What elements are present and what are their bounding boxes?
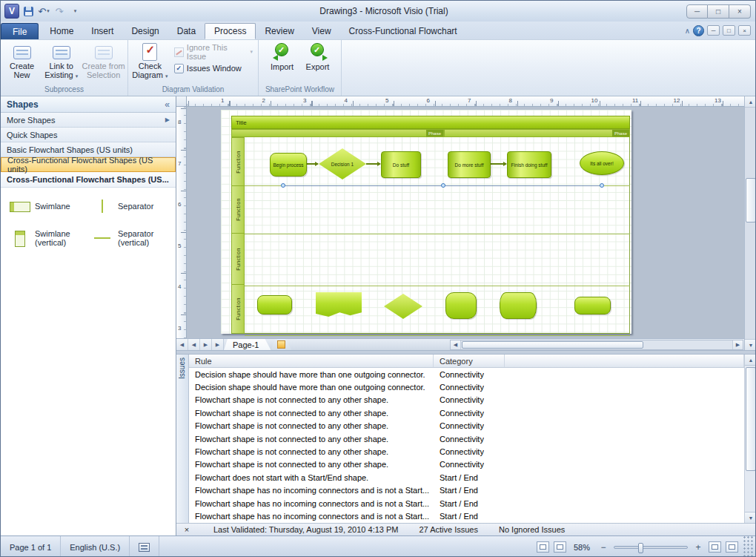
document-restore-button[interactable]: □ (723, 25, 735, 36)
issues-scrollbar-thumb[interactable] (746, 367, 756, 471)
issue-row[interactable]: Flowchart does not start with a Start/En… (189, 471, 744, 484)
zoom-slider[interactable] (614, 546, 688, 549)
last-page-button[interactable]: ▶ (212, 339, 224, 350)
minimize-ribbon-icon[interactable]: ∧ (685, 27, 690, 35)
swimlane-row[interactable] (245, 186, 630, 234)
document-minimize-button[interactable]: ─ (707, 25, 720, 36)
vertical-scrollbar[interactable]: ▲ ▼ (744, 96, 756, 350)
ribbon-tab-design[interactable]: Design (122, 23, 168, 39)
ribbon-tab-home[interactable]: Home (41, 23, 82, 39)
page-tab-page-1[interactable]: Page-1 (224, 339, 271, 350)
connector-arrow[interactable] (307, 163, 318, 165)
previous-page-button[interactable]: ◀ (188, 339, 200, 350)
undo-button[interactable]: ↶▾ (37, 4, 50, 19)
page-indicator[interactable]: Page 1 of 1 (1, 536, 61, 557)
ribbon-tab-process[interactable]: Process (205, 23, 256, 39)
issue-row[interactable]: Flowchart shape has no incoming connecto… (189, 497, 744, 510)
whole-page-view-icon[interactable] (537, 541, 549, 553)
resize-grip[interactable] (743, 536, 754, 557)
lane-header-function[interactable]: Function (231, 284, 245, 334)
minimize-button[interactable]: ─ (686, 4, 708, 19)
sample-shape-cylinder[interactable] (500, 292, 537, 319)
connector-arrow[interactable] (366, 163, 380, 165)
connector-arrow[interactable] (491, 163, 506, 165)
issue-row[interactable]: Decision shape should have more than one… (189, 368, 744, 380)
zoom-level[interactable]: 58% (571, 543, 593, 552)
qat-customize-button[interactable]: ▾ (68, 4, 82, 19)
redo-button[interactable]: ↷ (53, 4, 66, 19)
language-indicator[interactable]: English (U.S.) (61, 536, 130, 557)
macro-record-button[interactable] (130, 536, 159, 557)
issue-row[interactable]: Flowchart shape is not connected to any … (189, 432, 744, 445)
ribbon-tab-data[interactable]: Data (168, 23, 205, 39)
sample-shape-rounded-process[interactable] (445, 292, 477, 319)
ribbon-tab-review[interactable]: Review (256, 23, 302, 39)
flowchart-shape-finish-doing-stuff[interactable]: Finish doing stuff (507, 151, 551, 178)
lane-header-function[interactable]: Function (231, 233, 245, 285)
scroll-down-icon[interactable]: ▼ (745, 512, 756, 523)
next-page-button[interactable]: ▶ (200, 339, 212, 350)
shapes-panel-item-more-shapes[interactable]: More Shapes▶ (1, 113, 176, 128)
phase-band-1[interactable]: Phase (231, 129, 444, 137)
shapes-panel-item-basic-flowchart-shapes-us-units[interactable]: Basic Flowchart Shapes (US units) (1, 142, 176, 157)
scroll-down-icon[interactable]: ▼ (745, 339, 756, 350)
horizontal-scrollbar-thumb[interactable] (462, 341, 643, 349)
zoom-slider-thumb[interactable] (638, 543, 643, 553)
shapes-panel-item-cross-functional-flowchart-shapes-us-units[interactable]: Cross-Functional Flowchart Shapes (US un… (1, 157, 176, 172)
sample-shape-terminator[interactable] (257, 295, 292, 314)
drawing-page[interactable]: Title Phase Phase FunctionFunctionFuncti… (221, 110, 631, 334)
first-page-button[interactable]: ◀ (176, 339, 188, 350)
shapes-panel-header[interactable]: Shapes « (1, 96, 176, 113)
issues-window-checkbox[interactable]: ✓ Issues Window (171, 61, 256, 76)
stencil-shape-swimlane-vertical[interactable]: Swimlane (vertical) (5, 228, 88, 248)
scroll-right-icon[interactable]: ▶ (732, 340, 743, 349)
switch-windows-button[interactable] (726, 541, 738, 553)
export-button[interactable]: ✓ Export (301, 42, 335, 71)
vertical-scrollbar-thumb[interactable] (746, 178, 756, 223)
scroll-left-icon[interactable]: ◀ (451, 340, 461, 349)
lane-header-function[interactable]: Function (231, 185, 245, 234)
stencil-shape-swimlane[interactable]: Swimlane (5, 197, 88, 216)
visio-app-icon[interactable]: V (4, 4, 19, 19)
issues-side-tab[interactable]: Issues (176, 355, 189, 523)
phase-band-2[interactable]: Phase (444, 129, 630, 137)
document-close-button[interactable]: × (738, 25, 751, 36)
issue-row[interactable]: Decision shape should have more than one… (189, 380, 744, 393)
flowchart-shape-do-more-stuff[interactable]: Do more stuff (448, 151, 491, 178)
close-button[interactable]: × (729, 4, 751, 19)
selection-handle[interactable] (281, 183, 285, 188)
ribbon-tab-insert[interactable]: Insert (82, 23, 122, 39)
save-button[interactable] (21, 4, 35, 19)
create-new-button[interactable]: Create New (3, 42, 41, 79)
issue-row[interactable]: Flowchart shape has no incoming connecto… (189, 484, 744, 497)
close-issues-window-button[interactable]: × (181, 525, 193, 534)
help-button[interactable]: ? (693, 25, 704, 36)
stencil-shape-separator[interactable]: Separator (88, 197, 171, 216)
swimlane-row[interactable] (245, 234, 630, 286)
horizontal-scrollbar[interactable]: ◀ ▶ (450, 340, 743, 350)
selection-handle[interactable] (600, 183, 604, 188)
create-from-selection-button[interactable]: Create from Selection (82, 42, 125, 79)
link-to-existing-button[interactable]: Link to Existing ▾ (42, 42, 80, 81)
flowchart-shape-do-stuff[interactable]: Do stuff (381, 151, 421, 178)
ignore-this-issue-button[interactable]: Ignore This Issue ▾ (171, 45, 256, 59)
issue-row[interactable]: Flowchart shape is not connected to any … (189, 394, 744, 406)
canvas-viewport[interactable]: Title Phase Phase FunctionFunctionFuncti… (187, 107, 744, 338)
page-width-view-icon[interactable] (554, 541, 566, 553)
zoom-in-button[interactable]: + (692, 541, 704, 553)
restore-button[interactable]: □ (708, 4, 729, 19)
scroll-up-icon[interactable]: ▲ (745, 355, 756, 366)
ribbon-tab-file[interactable]: File (1, 23, 39, 39)
check-diagram-button[interactable]: Check Diagram ▾ (130, 42, 170, 81)
shapes-panel-item-quick-shapes[interactable]: Quick Shapes (1, 128, 176, 142)
stencil-shape-separator-vertical[interactable]: Separator (vertical) (88, 228, 171, 248)
collapse-panel-icon[interactable]: « (165, 99, 170, 110)
column-header-rule[interactable]: Rule (189, 355, 434, 367)
scroll-up-icon[interactable]: ▲ (745, 96, 756, 108)
import-button[interactable]: ✓ Import (265, 42, 299, 71)
sample-shape-terminator-2[interactable] (574, 297, 611, 314)
issue-row[interactable]: Flowchart shape is not connected to any … (189, 406, 744, 419)
issue-row[interactable]: Flowchart shape is not connected to any … (189, 458, 744, 471)
undo-dropdown-icon[interactable]: ▾ (47, 8, 50, 14)
issue-row[interactable]: Flowchart shape is not connected to any … (189, 420, 744, 432)
